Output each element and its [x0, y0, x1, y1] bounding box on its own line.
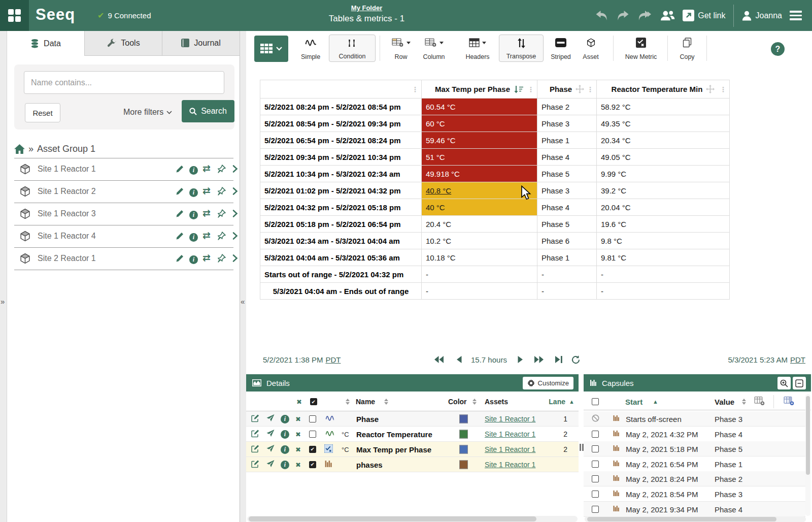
seeq-logo[interactable]: Seeq — [36, 0, 75, 31]
max-temp-column-header[interactable]: Max Temp per Phase ⋮ — [422, 80, 537, 99]
pin-icon[interactable] — [217, 187, 226, 198]
pin-icon[interactable] — [217, 209, 226, 220]
user-menu[interactable]: Joanna — [741, 10, 783, 21]
hamburger-menu-button[interactable] — [790, 11, 802, 20]
row-checkbox[interactable] — [309, 446, 316, 453]
item-name[interactable]: phases — [356, 460, 383, 469]
sort-icon[interactable] — [346, 399, 350, 405]
asset-group-header[interactable]: »Asset Group 1 — [14, 144, 95, 154]
chevron-right-icon[interactable] — [232, 187, 238, 198]
select-all-checkbox[interactable] — [310, 398, 317, 405]
toolbar-column-button[interactable]: Column — [417, 35, 451, 62]
name-column-header[interactable]: Name — [356, 398, 375, 406]
row-checkbox[interactable] — [592, 491, 599, 498]
step-forward-half-button[interactable] — [518, 355, 523, 364]
capsules-vertical-scrollbar[interactable] — [805, 394, 810, 516]
move-icon[interactable] — [576, 85, 584, 93]
toolbar-asset-button[interactable]: Asset — [578, 35, 604, 62]
info-icon[interactable]: i — [281, 430, 289, 439]
sort-asc-icon[interactable]: ▲ — [653, 399, 658, 405]
row-checkbox[interactable] — [309, 461, 316, 468]
add-column-icon[interactable] — [784, 397, 794, 407]
max-temp-cell[interactable]: 20.4 °C — [422, 216, 537, 233]
row-checkbox[interactable] — [592, 431, 599, 438]
name-contains-input[interactable] — [24, 71, 224, 94]
info-icon[interactable]: i — [189, 210, 198, 219]
toolbar-headers-button[interactable]: Headers — [459, 35, 496, 62]
sort-icon[interactable] — [384, 399, 388, 405]
reset-button[interactable]: Reset — [25, 103, 60, 122]
sort-asc-icon[interactable]: ▲ — [569, 399, 574, 405]
pin-icon[interactable] — [217, 232, 226, 242]
info-icon[interactable]: i — [281, 414, 289, 423]
scrollbar-thumb[interactable] — [249, 516, 536, 521]
sort-icon[interactable] — [472, 399, 477, 405]
color-swatch[interactable] — [459, 414, 468, 423]
item-name[interactable]: Reactor Temperature — [356, 430, 432, 438]
display-range-duration[interactable]: 15.7 hours — [471, 355, 507, 364]
edit-properties-icon[interactable] — [251, 429, 259, 439]
tab-tools[interactable]: Tools — [85, 31, 162, 56]
asset-row[interactable]: Site 1 Reactor 4 i ⇄ — [14, 225, 233, 248]
scrollbar-thumb[interactable] — [806, 396, 810, 475]
timezone-link[interactable]: PDT — [325, 355, 341, 364]
get-link-button[interactable]: Get link — [683, 10, 725, 21]
explore-icon[interactable] — [266, 460, 275, 469]
edit-properties-icon[interactable] — [251, 444, 259, 454]
max-temp-cell[interactable]: 59.46 °C — [422, 132, 537, 149]
edit-properties-icon[interactable] — [251, 460, 259, 469]
zoom-to-capsule-button[interactable] — [777, 377, 791, 389]
max-temp-cell[interactable]: 49.918 °C — [422, 166, 537, 182]
max-temp-cell[interactable]: 60.54 °C — [422, 99, 537, 115]
remove-all-icon[interactable]: ✖ — [296, 398, 302, 406]
swap-icon[interactable]: ⇄ — [202, 253, 211, 263]
capsule-column-header[interactable]: ⋮ — [260, 80, 422, 99]
info-icon[interactable]: i — [189, 254, 198, 264]
row-checkbox[interactable] — [309, 415, 316, 422]
asset-link[interactable]: Site 1 Reactor 1 — [485, 461, 535, 469]
collapse-panel-button[interactable] — [793, 377, 806, 389]
redo-button[interactable] — [616, 10, 630, 21]
step-to-end-button[interactable] — [555, 355, 562, 364]
pin-icon[interactable] — [217, 165, 226, 175]
row-checkbox[interactable] — [592, 506, 599, 513]
pin-icon[interactable] — [217, 254, 226, 265]
row-checkbox[interactable] — [592, 461, 599, 468]
color-swatch[interactable] — [459, 460, 468, 469]
chevron-right-icon[interactable] — [232, 254, 238, 265]
move-icon[interactable] — [706, 85, 715, 93]
edit-icon[interactable] — [176, 165, 184, 175]
swap-icon[interactable]: ⇄ — [202, 231, 211, 240]
details-horizontal-scrollbar[interactable] — [247, 516, 578, 522]
table-view-dropdown[interactable] — [254, 36, 288, 62]
max-temp-cell[interactable]: 60 °C — [422, 115, 537, 132]
max-temp-cell-hovered[interactable]: 40.8 °C — [422, 182, 537, 199]
info-icon[interactable]: i — [281, 445, 289, 454]
connection-status[interactable]: ✔ 9 Connected — [97, 0, 151, 31]
edit-icon[interactable] — [176, 254, 184, 265]
remove-icon[interactable]: ✖ — [295, 430, 301, 438]
expand-panel-icon[interactable]: » — [1, 297, 5, 306]
asset-row[interactable]: Site 1 Reactor 1 i ⇄ — [14, 158, 233, 181]
scrollbar-thumb[interactable] — [587, 517, 776, 521]
search-button[interactable]: Search — [182, 100, 234, 122]
chevron-right-icon[interactable] — [232, 209, 238, 220]
step-back-full-button[interactable] — [434, 355, 444, 364]
display-range-end[interactable]: 5/3/2021 5:23 AM PDT — [728, 355, 805, 364]
explore-icon[interactable] — [266, 429, 275, 439]
max-temp-cell[interactable]: 10.18 °C — [422, 249, 537, 266]
edit-icon[interactable] — [176, 209, 184, 220]
toolbar-striped-button[interactable]: Striped — [547, 35, 574, 62]
undo-button[interactable] — [595, 10, 608, 21]
breadcrumb[interactable]: My Folder — [351, 4, 382, 12]
info-icon[interactable]: i — [189, 187, 198, 197]
collapse-sidebar-icon[interactable]: « — [241, 297, 245, 306]
remove-icon[interactable]: ✖ — [295, 461, 301, 468]
add-column-icon[interactable] — [754, 397, 765, 407]
asset-link[interactable]: Site 1 Reactor 1 — [485, 415, 535, 423]
chevron-right-icon[interactable] — [232, 165, 238, 175]
select-all-checkbox[interactable] — [592, 398, 599, 405]
asset-row[interactable]: Site 1 Reactor 3 i ⇄ — [14, 203, 233, 225]
toolbar-row-button[interactable]: Row — [387, 35, 415, 62]
capsules-horizontal-scrollbar[interactable] — [585, 516, 806, 522]
